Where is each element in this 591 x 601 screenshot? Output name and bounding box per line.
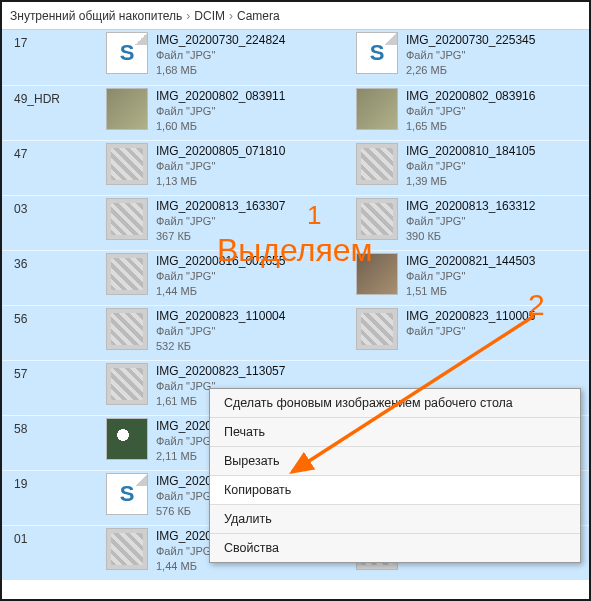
file-type: Файл "JPG"	[406, 104, 535, 119]
file-item[interactable]: IMG_20200823_110005Файл "JPG"	[352, 305, 591, 360]
file-type: Файл "JPG"	[406, 324, 535, 339]
file-item[interactable]: IMG_20200816_002655Файл "JPG"1,44 МБ	[102, 250, 352, 305]
file-size: 1,60 МБ	[156, 119, 285, 134]
ctx-print[interactable]: Печать	[210, 418, 580, 447]
breadcrumb-seg[interactable]: Знутренний общий накопитель	[8, 9, 184, 23]
file-name: IMG_20200802_083911	[156, 88, 285, 104]
file-name-fragment: 36	[8, 253, 33, 275]
file-item[interactable]: IMG_20200810_184105Файл "JPG"1,39 МБ	[352, 140, 591, 195]
file-name-fragment: 03	[8, 198, 33, 220]
file-name: IMG_20200805_071810	[156, 143, 285, 159]
image-thumbnail	[356, 198, 398, 240]
file-name: IMG_20200823_110005	[406, 308, 535, 324]
file-size: 1,51 МБ	[406, 284, 535, 299]
image-thumbnail	[106, 363, 148, 405]
image-thumbnail	[106, 308, 148, 350]
file-type: Файл "JPG"	[406, 159, 535, 174]
file-name-fragment: 49_HDR	[8, 88, 66, 110]
file-type: Файл "JPG"	[156, 48, 285, 63]
file-size: 1,44 МБ	[156, 284, 285, 299]
file-name: IMG_20200823_110004	[156, 308, 285, 324]
ctx-properties[interactable]: Свойства	[210, 534, 580, 562]
breadcrumb[interactable]: Знутренний общий накопитель › DCIM › Cam…	[2, 2, 589, 30]
file-name: IMG_20200813_163312	[406, 198, 535, 214]
file-item[interactable]: IMG_20200802_083916Файл "JPG"1,65 МБ	[352, 85, 591, 140]
file-size: 1,65 МБ	[406, 119, 535, 134]
file-item[interactable]: 57	[2, 360, 102, 415]
file-icon: S	[106, 32, 148, 74]
chevron-right-icon: ›	[227, 9, 235, 23]
file-item[interactable]: 49_HDR	[2, 85, 102, 140]
file-name-fragment: 47	[8, 143, 33, 165]
file-item[interactable]: SIMG_20200730_225345Файл "JPG"2,26 МБ	[352, 30, 591, 85]
file-name: IMG_20200823_113057	[156, 363, 285, 379]
image-thumbnail	[106, 198, 148, 240]
file-size: 1,39 МБ	[406, 174, 535, 189]
file-size: 2,26 МБ	[406, 63, 535, 78]
file-item[interactable]: IMG_20200823_110004Файл "JPG"532 КБ	[102, 305, 352, 360]
file-name: IMG_20200810_184105	[406, 143, 535, 159]
image-thumbnail	[356, 88, 398, 130]
file-name-fragment: 01	[8, 528, 33, 550]
file-size: 532 КБ	[156, 339, 285, 354]
file-item[interactable]: 36	[2, 250, 102, 305]
file-type: Файл "JPG"	[406, 214, 535, 229]
file-item[interactable]: SIMG_20200730_224824Файл "JPG"1,68 МБ	[102, 30, 352, 85]
file-item[interactable]: IMG_20200805_071810Файл "JPG"1,13 МБ	[102, 140, 352, 195]
file-name-fragment: 19	[8, 473, 33, 495]
file-item[interactable]: 17	[2, 30, 102, 85]
file-size: 1,68 МБ	[156, 63, 285, 78]
file-item[interactable]: 58	[2, 415, 102, 470]
file-name: IMG_20200816_002655	[156, 253, 285, 269]
file-item[interactable]: 01	[2, 525, 102, 580]
ctx-delete[interactable]: Удалить	[210, 505, 580, 534]
file-item[interactable]: IMG_20200813_163312Файл "JPG"390 КБ	[352, 195, 591, 250]
ctx-copy[interactable]: Копировать	[210, 476, 580, 505]
file-size: 367 КБ	[156, 229, 285, 244]
context-menu: Сделать фоновым изображением рабочего ст…	[209, 388, 581, 563]
file-type: Файл "JPG"	[156, 159, 285, 174]
file-name: IMG_20200813_163307	[156, 198, 285, 214]
file-name: IMG_20200730_225345	[406, 32, 535, 48]
image-thumbnail	[356, 308, 398, 350]
file-type: Файл "JPG"	[406, 269, 535, 284]
file-size: 390 КБ	[406, 229, 535, 244]
file-item[interactable]: IMG_20200802_083911Файл "JPG"1,60 МБ	[102, 85, 352, 140]
file-list[interactable]: 1749_HDR4703365657581901 SIMG_20200730_2…	[2, 30, 589, 599]
breadcrumb-seg[interactable]: DCIM	[192, 9, 227, 23]
file-name: IMG_20200730_224824	[156, 32, 285, 48]
file-type: Файл "JPG"	[156, 269, 285, 284]
file-item[interactable]: 47	[2, 140, 102, 195]
file-name: IMG_20200802_083916	[406, 88, 535, 104]
file-item[interactable]: 56	[2, 305, 102, 360]
file-type: Файл "JPG"	[406, 48, 535, 63]
image-thumbnail	[106, 143, 148, 185]
file-item[interactable]: 03	[2, 195, 102, 250]
file-name-fragment: 57	[8, 363, 33, 385]
file-icon: S	[356, 32, 398, 74]
file-type: Файл "JPG"	[156, 214, 285, 229]
image-thumbnail	[106, 528, 148, 570]
file-type: Файл "JPG"	[156, 324, 285, 339]
file-item[interactable]: IMG_20200821_144503Файл "JPG"1,51 МБ	[352, 250, 591, 305]
file-name: IMG_20200821_144503	[406, 253, 535, 269]
image-thumbnail	[106, 88, 148, 130]
file-type: Файл "JPG"	[156, 104, 285, 119]
breadcrumb-seg[interactable]: Camera	[235, 9, 282, 23]
file-name-fragment: 58	[8, 418, 33, 440]
file-name-fragment: 56	[8, 308, 33, 330]
file-name-fragment: 17	[8, 32, 33, 54]
chevron-right-icon: ›	[184, 9, 192, 23]
image-thumbnail	[106, 253, 148, 295]
file-icon: S	[106, 473, 148, 515]
image-thumbnail	[106, 418, 148, 460]
file-item[interactable]: 19	[2, 470, 102, 525]
image-thumbnail	[356, 253, 398, 295]
file-size: 1,13 МБ	[156, 174, 285, 189]
ctx-cut[interactable]: Вырезать	[210, 447, 580, 476]
file-item[interactable]: IMG_20200813_163307Файл "JPG"367 КБ	[102, 195, 352, 250]
ctx-set-wallpaper[interactable]: Сделать фоновым изображением рабочего ст…	[210, 389, 580, 418]
image-thumbnail	[356, 143, 398, 185]
